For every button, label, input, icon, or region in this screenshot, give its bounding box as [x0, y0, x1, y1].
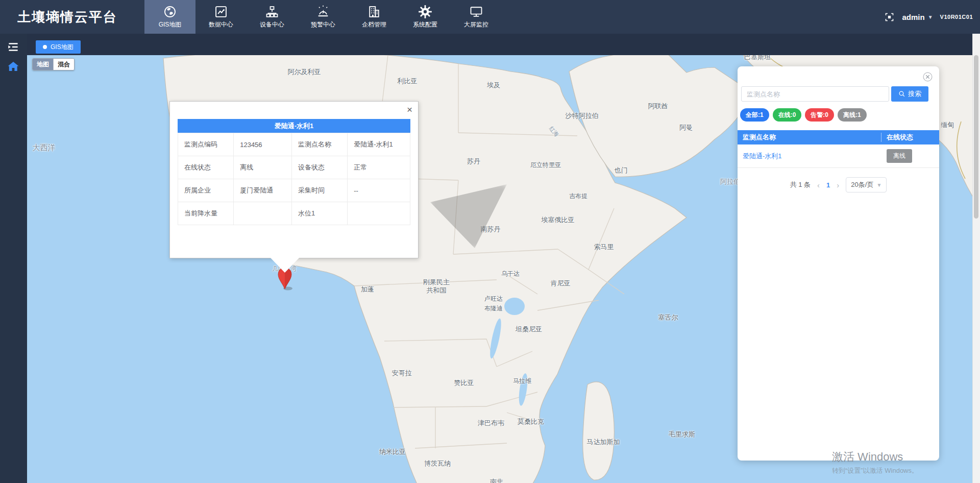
- nav-item-gis-map[interactable]: GIS地图: [144, 0, 195, 34]
- map-label: 莫桑比克: [518, 418, 544, 426]
- map-label: 纳米比亚: [379, 448, 406, 456]
- field-value: 厦门爱陆通: [234, 179, 292, 202]
- map-label: 布隆迪: [484, 305, 503, 312]
- panel-close-icon[interactable]: [923, 72, 933, 82]
- nav-item-device-center[interactable]: 设备中心: [247, 0, 298, 34]
- map-label: 肯尼亚: [551, 279, 571, 287]
- field-value: 123456: [234, 133, 292, 156]
- map-label: 埃及: [487, 81, 500, 89]
- pagination-prev-button[interactable]: ‹: [817, 181, 820, 189]
- home-icon: [6, 59, 20, 74]
- tab-gis-map[interactable]: GIS地图: [36, 40, 81, 54]
- field-value: --: [348, 179, 410, 202]
- sidebar-home-button[interactable]: [6, 59, 20, 76]
- field-label: 所属企业: [178, 179, 234, 202]
- nav-item-big-screen[interactable]: 大屏监控: [451, 0, 502, 34]
- sitemap-icon: [265, 5, 279, 19]
- map-label: 乌干达: [501, 270, 520, 278]
- scrollbar-thumb[interactable]: [974, 55, 978, 219]
- map-label: 苏丹: [467, 157, 480, 165]
- nav-item-data-center[interactable]: 数据中心: [195, 0, 247, 34]
- fullscreen-icon[interactable]: [884, 12, 895, 22]
- map-label: 马达加斯加: [587, 438, 620, 446]
- main-nav: GIS地图 数据中心 设备中心: [144, 0, 502, 34]
- map-label: 阿尔及利亚: [288, 68, 321, 76]
- map-label: 刚果民主 共和国: [423, 278, 450, 295]
- nav-label: 企档管理: [362, 20, 386, 29]
- chip-online[interactable]: 在线:0: [773, 108, 802, 122]
- monitor-points-panel: 搜索 全部:1 在线:0 告警:0 离线:1 监测点名称 在线状态 爱陆通-水利…: [738, 66, 939, 461]
- menu-unfold-icon: [6, 40, 20, 54]
- monitor-point-link[interactable]: 爱陆通-水利1: [738, 152, 887, 161]
- chevron-down-icon: ▼: [876, 182, 881, 188]
- table-row: 当前降水量 水位1: [178, 202, 410, 225]
- monitor-icon: [469, 5, 483, 19]
- popup-tail: [270, 257, 300, 273]
- field-label: 监测点编码: [178, 133, 234, 156]
- map-label: 安哥拉: [392, 369, 412, 377]
- nav-label: 大屏监控: [464, 20, 488, 29]
- map-label: 津巴布韦: [478, 419, 504, 427]
- pagination-total: 共 1 条: [790, 180, 811, 189]
- user-menu[interactable]: admin ▼: [902, 13, 933, 21]
- popup-close-icon[interactable]: ×: [407, 105, 412, 114]
- basemap-hybrid-button[interactable]: 混合: [53, 59, 74, 70]
- gear-icon: [418, 5, 432, 19]
- chart-icon: [214, 5, 228, 19]
- chip-offline[interactable]: 离线:1: [838, 108, 867, 122]
- scrollbar[interactable]: [972, 34, 980, 483]
- tab-bar: GIS地图: [27, 34, 980, 55]
- chip-alarm[interactable]: 告警:0: [805, 108, 834, 122]
- map-label: 厄立特里亚: [530, 161, 561, 169]
- map-label: 阿联酋: [648, 102, 668, 110]
- alarm-icon: [316, 5, 330, 19]
- globe-icon: [163, 5, 177, 19]
- search-input[interactable]: [741, 86, 889, 102]
- map-label: 大西洋: [33, 143, 56, 153]
- map-label: 也门: [615, 166, 628, 175]
- status-filter-chips: 全部:1 在线:0 告警:0 离线:1: [740, 108, 867, 122]
- chip-all[interactable]: 全部:1: [740, 108, 769, 122]
- tab-active-dot-icon: [43, 45, 47, 49]
- search-icon: [898, 90, 905, 98]
- monitor-points-table: 监测点名称 在线状态 爱陆通-水利1 离线: [738, 130, 939, 168]
- search-button[interactable]: 搜索: [891, 86, 928, 102]
- version-label: V10R01C01: [940, 14, 973, 20]
- map-label: 坦桑尼亚: [516, 325, 542, 333]
- map-label: 卢旺达: [484, 295, 503, 303]
- pagination: 共 1 条 ‹ 1 › 20条/页 ▼: [738, 177, 939, 193]
- table-row: 监测点编码 123456 监测点名称 爱陆通-水利1: [178, 133, 410, 156]
- basemap-map-button[interactable]: 地图: [33, 59, 53, 70]
- popup-detail-table: 监测点编码 123456 监测点名称 爱陆通-水利1 在线状态 离线 设备状态 …: [178, 133, 410, 225]
- basemap-toggle: 地图 混合: [32, 58, 75, 70]
- top-navbar: 土壤墒情云平台 GIS地图 数据中心: [0, 0, 980, 34]
- map-label: 吉布提: [569, 192, 587, 200]
- nav-item-enterprise-archive[interactable]: 企档管理: [349, 0, 400, 34]
- nav-item-alert-center[interactable]: 预警中心: [298, 0, 349, 34]
- map-label: 塞舌尔: [658, 313, 678, 322]
- table-row: 爱陆通-水利1 离线: [738, 144, 939, 168]
- pagination-page-1[interactable]: 1: [826, 181, 830, 189]
- nav-label: 设备中心: [260, 20, 284, 29]
- popup-title: 爱陆通-水利1: [178, 119, 410, 133]
- nav-item-system-config[interactable]: 系统配置: [400, 0, 451, 34]
- map-label: 巴基斯坦: [744, 55, 771, 61]
- map-label: 博茨瓦纳: [424, 460, 451, 468]
- pagination-next-button[interactable]: ›: [837, 181, 839, 189]
- map-label: 缅甸: [941, 121, 954, 129]
- marker-info-popup: × 爱陆通-水利1 监测点编码 123456 监测点名称 爱陆通-水利1 在线状…: [169, 101, 419, 258]
- page-size-select[interactable]: 20条/页 ▼: [846, 177, 887, 192]
- nav-label: 数据中心: [209, 20, 233, 29]
- sidebar-collapse-button[interactable]: [6, 40, 20, 56]
- nav-label: 预警中心: [311, 20, 335, 29]
- status-badge[interactable]: 离线: [887, 149, 912, 163]
- page-size-value: 20条/页: [851, 180, 873, 189]
- map-label: 赞比亚: [454, 379, 474, 387]
- map-label: 索马里: [594, 243, 614, 251]
- field-label: 当前降水量: [178, 202, 234, 225]
- table-row: 所属企业 厦门爱陆通 采集时间 --: [178, 179, 410, 202]
- map-label: 马拉维: [513, 377, 531, 385]
- field-label: 采集时间: [291, 179, 347, 202]
- column-header-status: 在线状态: [881, 133, 939, 142]
- map-label: 南非: [490, 478, 503, 483]
